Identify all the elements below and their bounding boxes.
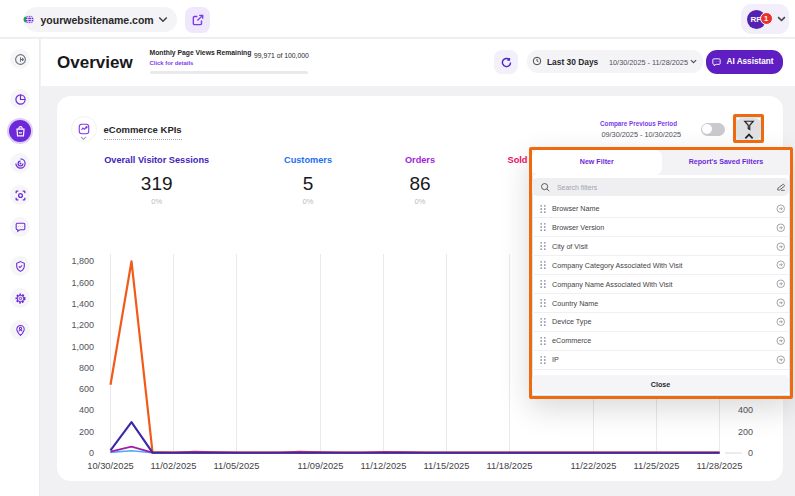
svg-text:200: 200 xyxy=(738,427,753,437)
svg-text:11/18/2025: 11/18/2025 xyxy=(487,461,533,471)
svg-text:400: 400 xyxy=(738,405,753,415)
svg-text:10/30/2025: 10/30/2025 xyxy=(87,461,134,471)
svg-text:11/12/2025: 11/12/2025 xyxy=(361,461,407,471)
svg-text:200: 200 xyxy=(79,427,94,437)
svg-text:800: 800 xyxy=(79,363,94,373)
svg-text:0: 0 xyxy=(748,448,753,458)
svg-text:11/09/2025: 11/09/2025 xyxy=(298,461,344,471)
svg-text:1,400: 1,400 xyxy=(71,299,94,309)
svg-text:0: 0 xyxy=(89,448,94,458)
svg-text:11/02/2025: 11/02/2025 xyxy=(151,461,197,471)
svg-text:1,000: 1,000 xyxy=(71,342,94,352)
svg-text:1,600: 1,600 xyxy=(71,278,94,288)
svg-text:1,200: 1,200 xyxy=(71,320,94,330)
svg-text:400: 400 xyxy=(79,405,94,415)
svg-text:11/25/2025: 11/25/2025 xyxy=(634,461,680,471)
svg-text:11/28/2025: 11/28/2025 xyxy=(697,461,743,471)
svg-text:1,800: 1,800 xyxy=(71,256,94,266)
svg-text:600: 600 xyxy=(79,384,94,394)
svg-text:11/05/2025: 11/05/2025 xyxy=(214,461,260,471)
svg-text:11/22/2025: 11/22/2025 xyxy=(571,461,617,471)
svg-text:11/15/2025: 11/15/2025 xyxy=(424,461,470,471)
